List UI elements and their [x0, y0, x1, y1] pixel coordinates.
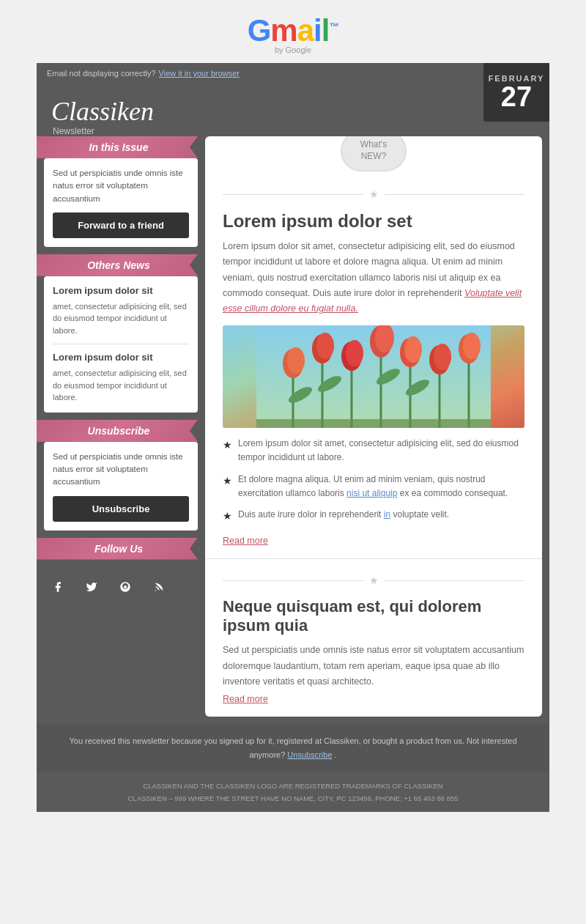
logo-a: a [297, 13, 314, 48]
date-badge: FEBRUARY 27 [483, 63, 549, 122]
gmail-logo: Gmail™ [0, 13, 586, 48]
svg-point-17 [316, 333, 334, 359]
footer-period: . [335, 750, 337, 759]
article1-image [223, 325, 524, 428]
sidebar-section-news: Others News Lorem ipsum dolor sit amet, … [44, 254, 198, 413]
rss-icon[interactable] [145, 573, 173, 601]
bullet-item-1: ★ Lorem ipsum dolor sit amet, consectetu… [223, 437, 524, 465]
main-content-inner: ★ Lorem ipsum dolor set Lorem ipsum dolo… [205, 136, 542, 717]
sidebar-section-issue: In this Issue Sed ut perspiciatis unde o… [44, 136, 198, 247]
bullet-3-content: Duis aute irure dolor in reprehenderit i… [238, 508, 449, 524]
brand-name: Classiken [51, 98, 535, 125]
forward-button[interactable]: Forward to a friend [53, 212, 189, 238]
bullet2-link[interactable]: nisi ut aliquip [346, 488, 397, 498]
twitter-icon[interactable] [78, 573, 105, 601]
date-day: 27 [501, 83, 532, 111]
gmail-header: Gmail™ by Google [0, 0, 586, 63]
svg-point-1 [155, 590, 156, 591]
star-divider-1: ★ [363, 188, 385, 200]
logo-i: i [314, 13, 322, 48]
skype-icon[interactable] [111, 573, 139, 601]
email-header: Classiken Newsletter [37, 84, 549, 136]
legal-line2: CLASSIKEN – 999 WHERE THE STREET HAVE NO… [44, 792, 542, 805]
bullet-star-2: ★ [223, 473, 232, 500]
bullet3-link[interactable]: in [384, 509, 390, 520]
newsletter-label: Newsletter [51, 126, 535, 136]
sidebar-issue-text: Sed ut perspiciatis unde omnis iste natu… [53, 167, 189, 205]
svg-rect-28 [256, 419, 491, 428]
sidebar: In this Issue Sed ut perspiciatis unde o… [44, 136, 198, 717]
svg-point-23 [404, 336, 422, 363]
ribbon-unsubscribe: Unsubscribe [37, 420, 198, 442]
whats-new-text: What's NEW? [360, 139, 387, 162]
read-more-2[interactable]: Read more [223, 694, 268, 704]
legal-footer: CLASSIKEN AND THE CLASSIKEN LOGO ARE REG… [37, 772, 549, 812]
article1-title: Lorem ipsum dolor set [223, 211, 524, 232]
bullet-2-content: Et dolore magna aliqua. Ut enim ad minim… [238, 473, 524, 500]
top-bar: Email not displaying correctly? View it … [37, 63, 549, 84]
sidebar-unsubscribe-text: Sed ut perspiciatis unde omnis iste natu… [53, 451, 189, 489]
sidebar-card-news: Lorem ipsum dolor sit amet, consectetur … [44, 276, 198, 413]
email-wrapper: Email not displaying correctly? View it … [37, 63, 549, 812]
legal-line1: CLASSIKEN AND THE CLASSIKEN LOGO ARE REG… [44, 780, 542, 792]
svg-point-15 [287, 347, 305, 374]
article-1-section: ★ Lorem ipsum dolor set Lorem ipsum dolo… [205, 173, 542, 559]
view-in-browser-link[interactable]: View it in your browser [159, 69, 240, 78]
sidebar-section-follow: Follow Us [44, 538, 198, 604]
by-google-label: by Google [0, 45, 586, 54]
article2-body: Sed ut perspiciatis unde omnis iste natu… [223, 643, 524, 690]
news-divider [53, 344, 189, 344]
logo-g: G [248, 13, 271, 48]
ribbon-in-this-issue: In this Issue [37, 136, 198, 158]
bullet-star-1: ★ [223, 437, 232, 465]
news-item1-text: amet, consectetur adipisicing elit, sed … [53, 300, 189, 337]
bullet-star-3: ★ [223, 508, 232, 524]
sidebar-section-unsubscribe: Unsubscribe Sed ut perspiciatis unde omn… [44, 420, 198, 531]
svg-point-27 [463, 333, 481, 359]
sidebar-card-issue: Sed ut perspiciatis unde omnis iste natu… [44, 158, 198, 247]
ribbon-others-news: Others News [37, 254, 198, 276]
topbar-text: Email not displaying correctly? [47, 69, 156, 78]
logo-l: l [322, 13, 330, 48]
logo-tm: ™ [329, 21, 338, 32]
star-divider-2: ★ [363, 574, 385, 586]
facebook-icon[interactable] [44, 573, 72, 601]
unsubscribe-button[interactable]: Unsubscribe [53, 496, 189, 522]
content-area: In this Issue Sed ut perspiciatis unde o… [37, 136, 549, 724]
bullet-1-text: Lorem ipsum dolor sit amet, consectetur … [238, 437, 524, 465]
svg-point-0 [124, 585, 127, 588]
email-footer: You received this newsletter because you… [37, 724, 549, 772]
whats-new-badge: What's NEW? [341, 136, 407, 171]
news-item2-title: Lorem ipsum dolor sit [53, 352, 189, 363]
news-item1-title: Lorem ipsum dolor sit [53, 285, 189, 296]
main-content: What's NEW? ★ Lorem ipsum dolor set Lore… [205, 136, 542, 717]
sidebar-card-unsubscribe: Sed ut perspiciatis unde omnis iste natu… [44, 442, 198, 531]
article2-title: Neque quisquam est, qui dolorem ipsum qu… [223, 597, 524, 635]
article-2-section: ★ Neque quisquam est, qui dolorem ipsum … [205, 559, 542, 717]
footer-unsubscribe-link[interactable]: Unsubscribe [287, 750, 332, 759]
news-item2-text: amet, consectetur adipisicing elit, sed … [53, 367, 189, 404]
bullet-item-2: ★ Et dolore magna aliqua. Ut enim ad min… [223, 473, 524, 500]
svg-point-25 [434, 344, 451, 370]
svg-point-19 [346, 340, 363, 366]
social-icons-container [44, 567, 198, 604]
article1-bullets: ★ Lorem ipsum dolor sit amet, consectetu… [223, 437, 524, 524]
article1-body: Lorem ipsum dolor sit amet, consectetur … [223, 239, 524, 317]
logo-m: m [270, 13, 297, 48]
read-more-1[interactable]: Read more [223, 536, 268, 546]
ribbon-follow-us: Follow Us [37, 538, 198, 560]
bullet-item-3: ★ Duis aute irure dolor in reprehenderit… [223, 508, 524, 524]
